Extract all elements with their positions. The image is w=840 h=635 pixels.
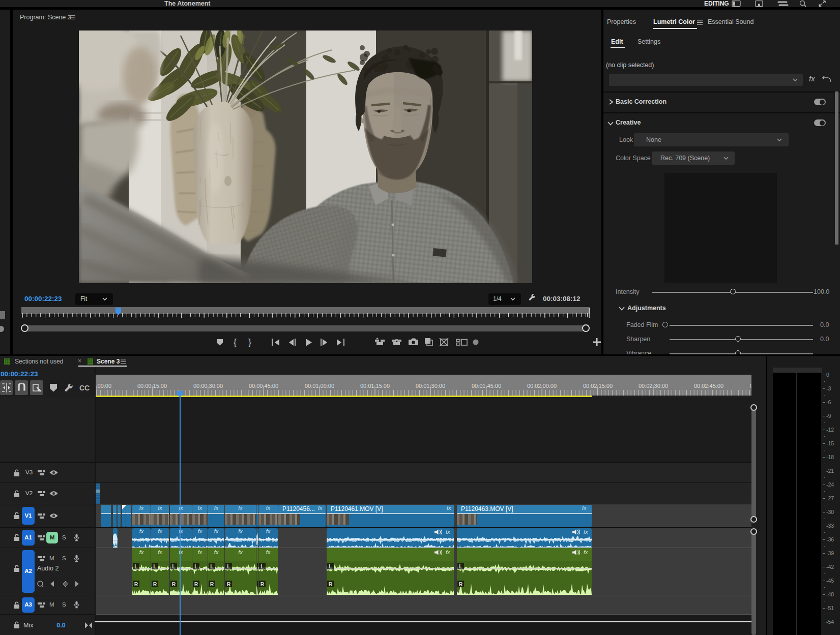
svg-text:{: { — [234, 337, 237, 347]
svg-text:}: } — [248, 337, 251, 347]
svg-text:CC: CC — [79, 384, 90, 392]
